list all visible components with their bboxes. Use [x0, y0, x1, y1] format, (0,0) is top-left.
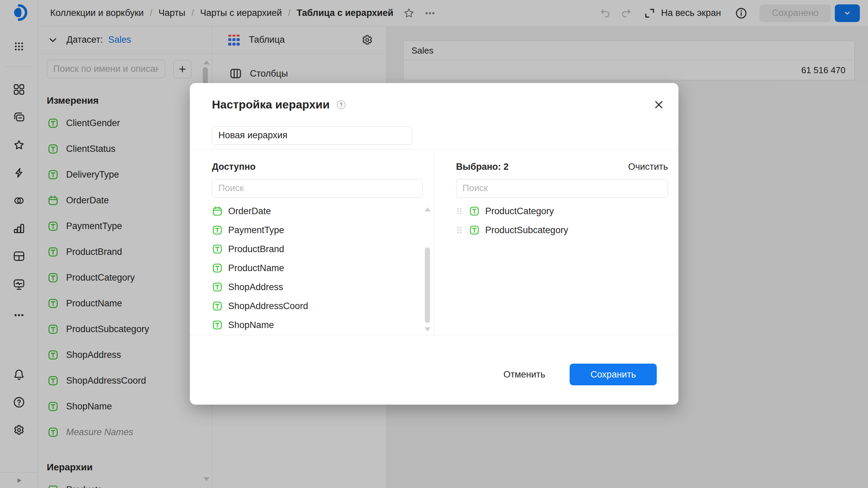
- selected-list: ProductCategoryProductSubcategory: [456, 202, 668, 240]
- field-type-string-icon: [212, 320, 223, 330]
- field-label: PaymentType: [228, 225, 284, 236]
- field-label: ProductBrand: [228, 244, 284, 255]
- selected-header: Выбрано: 2: [456, 162, 509, 172]
- available-list: OrderDatePaymentTypeProductBrandProductN…: [212, 202, 423, 334]
- drag-handle-icon[interactable]: [456, 226, 463, 235]
- close-icon[interactable]: [653, 99, 665, 111]
- field-label: OrderDate: [228, 206, 271, 217]
- field-type-string-icon: [212, 282, 223, 292]
- columns-divider: [434, 149, 435, 335]
- field-type-string-icon: [212, 263, 223, 273]
- help-icon[interactable]: [336, 99, 347, 110]
- field-label: ProductSubcategory: [485, 225, 568, 236]
- dialog-title: Настройка иерархии: [212, 98, 330, 111]
- available-column: Доступно OrderDatePaymentTypeProductBran…: [212, 149, 423, 334]
- drag-handle-icon[interactable]: [456, 207, 463, 216]
- hierarchy-name-input[interactable]: [212, 126, 412, 145]
- scroll-up-icon[interactable]: [425, 207, 431, 211]
- field-label: ProductCategory: [485, 206, 554, 217]
- field-type-string-icon: [469, 206, 480, 217]
- scroll-down-icon[interactable]: [425, 327, 431, 331]
- selected-search-input[interactable]: [456, 179, 668, 198]
- field-ShopName[interactable]: ShopName: [212, 316, 423, 334]
- available-header: Доступно: [212, 162, 256, 172]
- field-ProductBrand[interactable]: ProductBrand: [212, 240, 423, 259]
- field-PaymentType[interactable]: PaymentType: [212, 221, 423, 240]
- clear-selected-button[interactable]: Очистить: [628, 162, 668, 172]
- selected-field-ProductSubcategory[interactable]: ProductSubcategory: [456, 221, 668, 240]
- field-label: ProductName: [228, 263, 284, 273]
- field-label: ShopName: [228, 320, 274, 330]
- field-type-string-icon: [212, 301, 223, 311]
- scrollbar-thumb[interactable]: [425, 247, 430, 323]
- field-label: ShopAddress: [228, 282, 283, 292]
- field-ShopAddressCoord[interactable]: ShopAddressCoord: [212, 297, 423, 316]
- field-type-date-icon: [212, 206, 223, 217]
- save-button[interactable]: Сохранить: [570, 364, 657, 385]
- field-label: ShopAddressCoord: [228, 301, 308, 311]
- field-ProductName[interactable]: ProductName: [212, 259, 423, 278]
- selected-field-ProductCategory[interactable]: ProductCategory: [456, 202, 668, 221]
- hierarchy-dialog: Настройка иерархии Доступно OrderDatePay…: [190, 83, 678, 405]
- cancel-button[interactable]: Отменить: [498, 364, 551, 385]
- field-type-string-icon: [212, 244, 223, 255]
- selected-column: Выбрано: 2 Очистить ProductCategoryProdu…: [456, 149, 668, 240]
- available-search-input[interactable]: [212, 179, 423, 198]
- field-OrderDate[interactable]: OrderDate: [212, 202, 423, 221]
- field-ShopAddress[interactable]: ShopAddress: [212, 278, 423, 297]
- field-type-string-icon: [469, 225, 480, 236]
- field-type-string-icon: [212, 225, 223, 236]
